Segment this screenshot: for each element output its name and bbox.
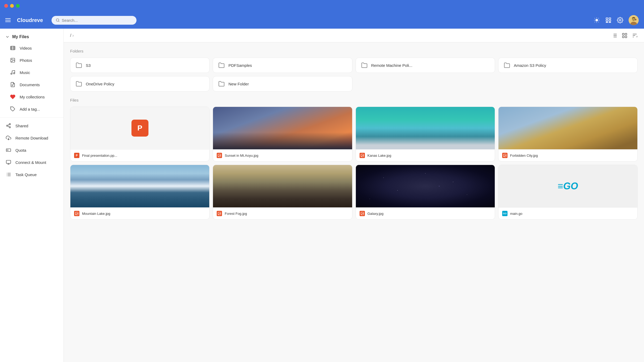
folder-item-amazon-s3[interactable]: Amazon S3 Policy bbox=[498, 58, 638, 73]
file-type-img-icon-galaxy bbox=[360, 211, 365, 216]
folder-item-remote-machine[interactable]: Remote Machine Poli... bbox=[356, 58, 495, 73]
settings-icon[interactable] bbox=[617, 17, 623, 23]
folder-icon bbox=[218, 81, 225, 87]
search-input[interactable] bbox=[62, 18, 132, 23]
folder-name-new-folder: New Folder bbox=[228, 82, 249, 86]
svg-rect-6 bbox=[609, 20, 611, 21]
svg-rect-49 bbox=[625, 33, 627, 35]
sidebar-item-music[interactable]: Music bbox=[0, 66, 63, 78]
folder-name-pdfsamples: PDFSamples bbox=[228, 63, 252, 68]
files-grid: P P Final presentation.pp... bbox=[70, 107, 638, 220]
folder-item-s3[interactable]: S3 bbox=[70, 58, 210, 73]
task-icon bbox=[5, 171, 12, 178]
file-info-mountain: Mountain Lake.jpg bbox=[70, 207, 209, 219]
folder-item-onedrive[interactable]: OneDrive Policy bbox=[70, 76, 210, 91]
svg-text:A: A bbox=[636, 35, 638, 38]
svg-point-63 bbox=[76, 213, 76, 213]
header-actions bbox=[594, 15, 639, 25]
sidebar-item-connect-mount-label: Connect & Mount bbox=[15, 160, 46, 165]
sidebar-item-photos[interactable]: Photos bbox=[0, 54, 63, 66]
file-info-forest: Forest Fog.jpg bbox=[213, 207, 352, 219]
file-name-galaxy: Galaxy.jpg bbox=[368, 212, 383, 216]
file-type-img-icon-kanas bbox=[360, 153, 365, 158]
share-icon bbox=[5, 123, 12, 129]
grid-icon[interactable] bbox=[605, 17, 612, 23]
file-thumbnail-forbidden bbox=[498, 107, 637, 149]
sidebar-item-my-collections-label: My collections bbox=[20, 95, 45, 99]
file-item-forbidden[interactable]: Forbidden City.jpg bbox=[498, 107, 638, 162]
video-icon bbox=[10, 45, 16, 51]
svg-point-20 bbox=[14, 73, 15, 74]
sidebar-item-documents[interactable]: Documents bbox=[0, 78, 63, 91]
list-view-icon[interactable] bbox=[612, 33, 617, 38]
svg-rect-3 bbox=[606, 18, 608, 19]
card-view-icon[interactable] bbox=[622, 33, 628, 38]
sidebar-item-videos-label: Videos bbox=[20, 46, 32, 50]
hamburger-icon[interactable] bbox=[5, 18, 11, 22]
file-item-kanas[interactable]: Kanas Lake.jpg bbox=[356, 107, 495, 162]
sidebar-item-add-tag[interactable]: Add a tag... bbox=[0, 103, 63, 115]
svg-point-19 bbox=[11, 73, 12, 75]
sort-icon[interactable]: A bbox=[632, 33, 638, 38]
sidebar-item-add-tag-label: Add a tag... bbox=[20, 107, 40, 111]
sidebar: My Files Videos Photos bbox=[0, 29, 64, 362]
sidebar-item-videos[interactable]: Videos bbox=[0, 42, 63, 54]
chevron-down-icon bbox=[5, 35, 10, 39]
svg-point-14 bbox=[634, 19, 635, 19]
file-thumbnail-mountain bbox=[70, 165, 209, 207]
sidebar-item-my-collections[interactable]: My collections bbox=[0, 91, 63, 103]
my-files-label: My Files bbox=[12, 34, 29, 39]
svg-rect-50 bbox=[622, 36, 624, 37]
svg-rect-48 bbox=[622, 33, 624, 35]
heart-icon bbox=[10, 94, 16, 100]
sidebar-section-my-files[interactable]: My Files bbox=[0, 32, 63, 42]
folder-item-pdfsamples[interactable]: PDFSamples bbox=[213, 58, 352, 73]
svg-point-67 bbox=[361, 213, 362, 213]
svg-rect-8 bbox=[609, 22, 611, 23]
avatar[interactable] bbox=[629, 15, 639, 25]
file-thumbnail-sunset bbox=[213, 107, 352, 149]
go-logo: ≡GO bbox=[558, 181, 578, 192]
file-name-forbidden: Forbidden City.jpg bbox=[510, 154, 538, 158]
sidebar-item-connect-mount[interactable]: Connect & Mount bbox=[0, 156, 63, 168]
music-icon bbox=[10, 69, 16, 76]
document-icon bbox=[10, 81, 16, 88]
folder-item-new-folder[interactable]: New Folder bbox=[213, 76, 352, 91]
folder-name-onedrive: OneDrive Policy bbox=[86, 82, 114, 86]
app-title: Cloudreve bbox=[17, 17, 43, 23]
file-item-final-presentation[interactable]: P P Final presentation.pp... bbox=[70, 107, 210, 162]
file-item-mountain[interactable]: Mountain Lake.jpg bbox=[70, 165, 210, 220]
file-name-mountain: Mountain Lake.jpg bbox=[82, 212, 110, 216]
photo-icon bbox=[10, 57, 16, 63]
sidebar-item-music-label: Music bbox=[20, 70, 30, 75]
folders-section-label: Folders bbox=[70, 49, 638, 53]
brightness-icon[interactable] bbox=[594, 17, 600, 23]
file-name-go: main.go bbox=[510, 212, 522, 216]
sidebar-divider bbox=[0, 117, 63, 117]
sidebar-item-shared[interactable]: Shared bbox=[0, 120, 63, 132]
svg-point-13 bbox=[633, 19, 633, 19]
file-item-forest[interactable]: Forest Fog.jpg bbox=[213, 165, 352, 220]
folder-icon bbox=[504, 62, 510, 68]
breadcrumb-root[interactable]: / bbox=[70, 33, 71, 38]
sidebar-item-quota[interactable]: Quota bbox=[0, 144, 63, 156]
file-item-sunset[interactable]: Sunset in Mt.Aoyu.jpg bbox=[213, 107, 352, 162]
file-info-kanas: Kanas Lake.jpg bbox=[356, 149, 495, 161]
file-item-go[interactable]: ≡GO GO main.go bbox=[498, 165, 638, 220]
file-type-img-icon-mountain bbox=[74, 211, 79, 216]
close-button[interactable] bbox=[4, 4, 8, 8]
sidebar-item-task-queue[interactable]: Task Queue bbox=[0, 168, 63, 181]
minimize-button[interactable] bbox=[10, 4, 14, 8]
quota-icon bbox=[5, 147, 12, 153]
file-item-galaxy[interactable]: Galaxy.jpg bbox=[356, 165, 495, 220]
tag-icon bbox=[10, 106, 16, 112]
folder-name-amazon-s3: Amazon S3 Policy bbox=[514, 63, 546, 68]
svg-line-1 bbox=[58, 21, 59, 22]
sidebar-item-remote-download[interactable]: Remote Download bbox=[0, 132, 63, 144]
file-type-img-icon bbox=[217, 153, 222, 158]
svg-line-27 bbox=[8, 126, 9, 127]
file-type-img-icon-forbidden bbox=[502, 153, 507, 158]
content-area: Folders S3 PDFSamples bbox=[64, 42, 644, 226]
maximize-button[interactable] bbox=[16, 4, 20, 8]
file-type-ppt-icon: P bbox=[74, 153, 79, 158]
